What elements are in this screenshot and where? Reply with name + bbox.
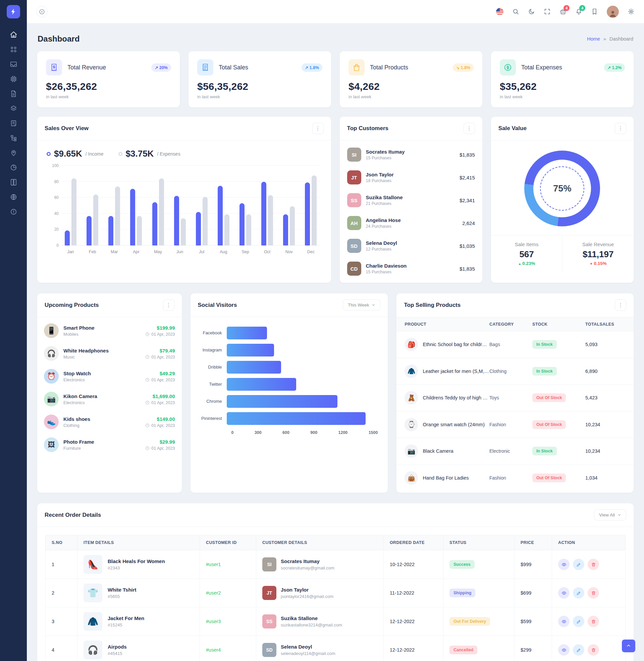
view-order-button[interactable] (558, 559, 570, 570)
top-selling-row[interactable]: 🧥 Leather jacket for men (S,M,L,XL) Clot… (396, 358, 634, 385)
sidebar-item-alerts[interactable] (6, 207, 21, 217)
instagram-bar[interactable] (227, 344, 274, 356)
edit-order-button[interactable] (573, 559, 584, 570)
upcoming-product-item[interactable]: 📷 Kikon Camera Electronics $1,699.00 01 … (44, 388, 175, 410)
sales-overview-menu-button[interactable]: ⋮ (312, 123, 324, 134)
cart-icon[interactable]: 4 (559, 8, 567, 15)
expenses-bar[interactable] (246, 214, 251, 245)
income-bar[interactable] (239, 203, 245, 245)
delete-order-button[interactable] (588, 587, 599, 599)
top-customers-menu-button[interactable]: ⋮ (463, 123, 475, 134)
upcoming-product-item[interactable]: 👟 Kids shoes Clothing $149.00 01 Apr, 20… (44, 410, 175, 433)
income-bar[interactable] (196, 212, 201, 245)
sidebar-item-charts[interactable] (6, 162, 21, 172)
sidebar-item-sitemap[interactable] (6, 133, 21, 143)
sales-overview-bar-chart[interactable]: 020406080100JanFebMarAprMayJunJulAugSepO… (61, 166, 320, 245)
chrome-bar[interactable] (227, 395, 338, 408)
sidebar-item-docs[interactable] (6, 177, 21, 187)
expenses-bar[interactable] (268, 195, 273, 245)
top-selling-row[interactable]: 🎒 Ethnic School bag for children (24L) B… (396, 331, 634, 358)
app-logo[interactable] (0, 0, 27, 23)
view-order-button[interactable] (558, 644, 570, 656)
delete-order-button[interactable] (588, 559, 599, 570)
social-visitors-bar-chart[interactable]: FacebookInstagramDribbleTwitterChromePin… (190, 317, 388, 441)
income-bar[interactable] (65, 230, 70, 245)
view-all-dropdown[interactable]: View All (594, 510, 626, 520)
sidebar-item-pages[interactable] (6, 89, 21, 99)
pininterest-bar[interactable] (227, 412, 366, 425)
dribble-bar[interactable] (227, 361, 281, 374)
customer-list-item[interactable]: SS Suzika Stallone 21 Purchases $2,341 (347, 189, 475, 212)
customer-list-item[interactable]: SI Socrates Itumay 15 Purchases $1,835 (347, 143, 475, 166)
customer-id-link[interactable]: #user1 (206, 562, 221, 567)
user-avatar[interactable] (607, 6, 619, 18)
expenses-bar[interactable] (115, 186, 120, 245)
language-flag-icon[interactable] (496, 8, 503, 16)
income-bar[interactable] (108, 216, 113, 245)
upcoming-product-item[interactable]: 🎧 White Headphones Music $79.49 01 Apr, … (44, 342, 175, 365)
income-bar[interactable] (152, 202, 157, 245)
expenses-bar[interactable] (290, 206, 295, 245)
upcoming-product-item[interactable]: 📱 Smart Phone Mobiles $199.99 01 Apr, 20… (44, 319, 175, 342)
view-order-button[interactable] (558, 587, 570, 599)
customer-list-item[interactable]: AH Angelina Hose 24 Purchases 2,624 (347, 212, 475, 234)
customer-id-link[interactable]: #user3 (206, 619, 221, 624)
twitter-bar[interactable] (227, 378, 296, 391)
dark-mode-icon[interactable] (528, 8, 535, 15)
top-selling-menu-button[interactable]: ⋮ (615, 300, 626, 311)
customer-list-item[interactable]: SD Selena Deoyl 12 Purchases $1,035 (347, 234, 475, 257)
sidebar-item-home[interactable] (6, 29, 21, 40)
income-bar[interactable] (218, 186, 223, 246)
top-selling-row[interactable]: 🧸 Childrens Teddy toy of high quality To… (396, 385, 634, 411)
notifications-icon[interactable]: 4 (575, 8, 582, 15)
upcoming-product-item[interactable]: ⏰ Stop Watch Electronics $49.29 01 Apr, … (44, 365, 175, 388)
social-visitors-period-dropdown[interactable]: This Week (343, 300, 381, 310)
sidebar-item-maps[interactable] (6, 147, 21, 158)
expenses-bar[interactable] (312, 175, 317, 245)
upcoming-products-menu-button[interactable]: ⋮ (163, 300, 175, 311)
sidebar-toggle-button[interactable] (36, 6, 48, 18)
sidebar-item-inbox[interactable] (6, 59, 21, 69)
search-icon[interactable] (512, 8, 519, 15)
order-row[interactable]: 2 👕 White Tshirt #5655 (46, 579, 625, 607)
customer-id-link[interactable]: #user2 (206, 590, 221, 596)
fullscreen-icon[interactable] (544, 8, 551, 15)
view-order-button[interactable] (558, 616, 570, 627)
expenses-bar[interactable] (224, 214, 229, 245)
customer-list-item[interactable]: JT Json Taylor 18 Purchases $2,415 (347, 166, 475, 189)
sale-value-menu-button[interactable]: ⋮ (615, 123, 626, 134)
bookmark-icon[interactable] (591, 8, 598, 15)
top-selling-row[interactable]: 📷 Black Camera Electronic In Stock 10,23… (396, 438, 634, 465)
delete-order-button[interactable] (588, 644, 599, 656)
customer-list-item[interactable]: CD Charlie Davieson 15 Purchases $1,835 (347, 257, 475, 280)
scroll-to-top-button[interactable] (622, 640, 635, 652)
edit-order-button[interactable] (573, 587, 584, 599)
expenses-bar[interactable] (159, 179, 164, 245)
order-row[interactable]: 4 🎧 Airpods #45415 (46, 636, 625, 661)
sidebar-item-components[interactable] (6, 74, 21, 84)
income-bar[interactable] (130, 189, 135, 245)
expenses-bar[interactable] (181, 218, 186, 245)
order-row[interactable]: 1 👠 Black Heals For Women #2343 (46, 550, 625, 579)
customer-id-link[interactable]: #user4 (206, 647, 221, 653)
sidebar-item-forms[interactable] (6, 118, 21, 128)
income-bar[interactable] (283, 214, 288, 245)
sidebar-item-layers[interactable] (6, 103, 21, 113)
income-bar[interactable] (305, 183, 310, 245)
top-selling-row[interactable]: 👜 Hand Bag For Ladies Fashion Out Of Sto… (396, 465, 634, 492)
breadcrumb-home-link[interactable]: Home (587, 36, 600, 42)
settings-gear-icon[interactable] (627, 8, 635, 15)
edit-order-button[interactable] (573, 644, 584, 656)
expenses-bar[interactable] (137, 216, 142, 245)
edit-order-button[interactable] (573, 616, 584, 627)
top-selling-row[interactable]: ⌚ Orange smart watch (24mm) Fashion Out … (396, 411, 634, 438)
expenses-bar[interactable] (203, 197, 208, 245)
sale-value-donut-chart[interactable]: 75% (524, 150, 600, 227)
income-bar[interactable] (87, 216, 92, 245)
upcoming-product-item[interactable]: 🖼 Photo Frame Furniture $29.99 01 Apr, 2… (44, 433, 175, 456)
order-row[interactable]: 3 🧥 Jacket For Men #15245 (46, 607, 625, 636)
sidebar-item-apps[interactable] (6, 44, 21, 54)
income-bar[interactable] (174, 196, 179, 245)
facebook-bar[interactable] (227, 327, 267, 339)
delete-order-button[interactable] (588, 616, 599, 627)
